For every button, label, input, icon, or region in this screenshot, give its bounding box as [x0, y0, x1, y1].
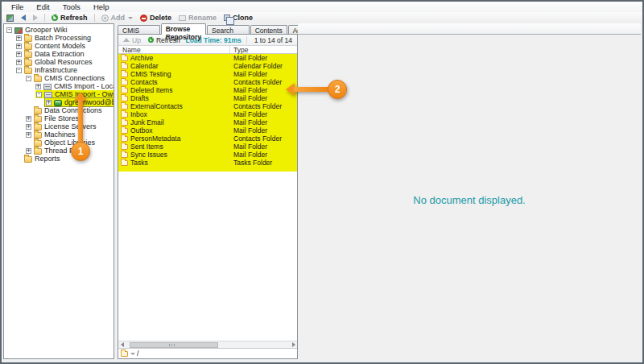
- cell-name: Sent Items: [130, 143, 163, 151]
- tree-item-grooper-wiki[interactable]: Grooper Wiki: [4, 26, 114, 34]
- expander-plus-icon[interactable]: [26, 132, 31, 138]
- cell-type: Mail Folder: [230, 70, 267, 78]
- callout-2-badge: 2: [328, 80, 347, 99]
- browse-toolbar: Up Refresh Load Time: 91ms 1 to 14 of 14: [118, 35, 297, 46]
- up-icon: [123, 38, 130, 42]
- add-button[interactable]: Add: [99, 13, 136, 23]
- delete-button[interactable]: Delete: [138, 13, 174, 23]
- cell-type: Mail Folder: [230, 143, 267, 151]
- cell-type: Mail Folder: [230, 54, 267, 62]
- cell-name: Drafts: [130, 94, 149, 102]
- tree-item-thread-pools[interactable]: Thread Pools: [4, 147, 114, 155]
- cell-name: Junk Email: [130, 118, 164, 126]
- table-row-sync-issues[interactable]: Sync Issues Mail Folder: [118, 151, 297, 159]
- folder-icon: [121, 351, 128, 357]
- menu-help[interactable]: Help: [87, 2, 116, 12]
- tree-item-label: Content Models: [35, 42, 85, 50]
- expander-minus-icon[interactable]: [26, 76, 31, 81]
- folder-icon: [24, 43, 32, 50]
- expander-plus-icon[interactable]: [16, 43, 22, 49]
- menu-file[interactable]: File: [5, 2, 30, 12]
- column-header-name[interactable]: Name: [118, 46, 230, 53]
- tree-item-cmis-import-own-mailbox[interactable]: CMIS Import - Own Mailbox: [4, 90, 114, 98]
- table-row-contacts[interactable]: Contacts Contacts Folder: [118, 78, 297, 86]
- tree-item-label: dgreenwood@bisok.com: [64, 98, 114, 106]
- cell-name: Contacts: [130, 78, 158, 86]
- table-row-personmetadata[interactable]: PersonMetadata Contacts Folder: [118, 134, 297, 143]
- table-row-sent-items[interactable]: Sent Items Mail Folder: [118, 143, 297, 151]
- toolbar-separator: [94, 14, 95, 22]
- scrollbar-track[interactable]: [126, 341, 290, 349]
- folder-icon: [121, 120, 128, 126]
- expander-plus-icon[interactable]: [46, 100, 52, 105]
- expander-plus-icon[interactable]: [35, 84, 41, 89]
- scrollbar-thumb[interactable]: [130, 342, 218, 348]
- table-row-tasks[interactable]: Tasks Tasks Folder: [118, 159, 297, 167]
- folder-icon: [34, 124, 42, 130]
- menu-tools[interactable]: Tools: [56, 2, 87, 12]
- expander-plus-icon[interactable]: [26, 124, 31, 130]
- expander-plus-icon[interactable]: [16, 35, 22, 41]
- folder-icon: [121, 144, 128, 150]
- tree-item-label: Machines: [44, 130, 76, 139]
- tree-item-data-connections[interactable]: Data Connections: [4, 106, 114, 114]
- table-row-cmis-testing[interactable]: CMIS Testing Mail Folder: [118, 70, 297, 78]
- up-button[interactable]: Up: [121, 35, 143, 45]
- rename-button[interactable]: Rename: [176, 13, 219, 23]
- tree-item-license-servers[interactable]: License Servers: [4, 122, 114, 130]
- scroll-left-button[interactable]: [118, 341, 126, 349]
- forward-button[interactable]: [31, 14, 40, 22]
- expander-plus-icon[interactable]: [26, 148, 31, 154]
- table-row-junk-email[interactable]: Junk Email Mail Folder: [118, 118, 297, 126]
- tree-item-global-resources[interactable]: Global Resources: [4, 58, 114, 66]
- expander-plus-icon[interactable]: [26, 116, 31, 122]
- refresh-button[interactable]: Refresh: [49, 13, 90, 23]
- expander-plus-icon[interactable]: [16, 60, 22, 65]
- menu-edit[interactable]: Edit: [30, 2, 56, 12]
- app-button[interactable]: [4, 14, 16, 23]
- cell-type: Contacts Folder: [230, 78, 282, 86]
- cell-type: Mail Folder: [230, 118, 267, 126]
- table-row-inbox[interactable]: Inbox Mail Folder: [118, 110, 297, 118]
- main-toolbar: Refresh Add Delete Rename Clone: [2, 12, 642, 23]
- tree-item-cmis-import-local-drive[interactable]: CMIS Import - Local Drive: [4, 82, 114, 90]
- table-row-archive[interactable]: Archive Mail Folder: [118, 54, 297, 62]
- tree-item-data-extraction[interactable]: Data Extraction: [4, 50, 114, 58]
- tree-item-label: CMIS Connections: [44, 74, 105, 82]
- scroll-left-icon: [121, 342, 124, 347]
- expander-minus-icon[interactable]: [36, 92, 42, 97]
- table-row-outbox[interactable]: Outbox Mail Folder: [118, 126, 297, 134]
- back-button[interactable]: [19, 14, 28, 22]
- tree-item-reports[interactable]: Reports: [4, 155, 114, 163]
- tree-item-dgreenwood-mailbox[interactable]: dgreenwood@bisok.com: [4, 98, 114, 106]
- dropdown-caret-icon[interactable]: [130, 353, 135, 355]
- expander-minus-icon[interactable]: [16, 68, 22, 73]
- cell-type: Calendar Folder: [230, 62, 283, 70]
- tree-item-infrastructure[interactable]: Infrastructure: [4, 66, 114, 74]
- app-icon: [14, 27, 23, 34]
- toolbar-separator: [246, 36, 247, 43]
- tree-item-batch-processing[interactable]: Batch Processing: [4, 34, 114, 42]
- table-row-externalcontacts[interactable]: ExternalContacts Contacts Folder: [118, 102, 297, 110]
- tab-browse-repository[interactable]: Browse Repository: [161, 23, 206, 35]
- tree-item-cmis-connections[interactable]: CMIS Connections: [4, 74, 114, 82]
- column-header-type[interactable]: Type: [230, 46, 248, 53]
- tree-item-object-libraries[interactable]: Object Libraries: [4, 139, 114, 147]
- tree-item-content-models[interactable]: Content Models: [4, 42, 114, 50]
- tree-item-label: License Servers: [44, 122, 97, 130]
- horizontal-scrollbar[interactable]: [118, 341, 297, 348]
- clone-button[interactable]: Clone: [221, 13, 255, 23]
- path-bar[interactable]: /: [118, 348, 297, 358]
- repository-tabs: CMIS Repository Browse Repository Search…: [118, 23, 298, 35]
- callout-arrow-shaft: [294, 87, 331, 92]
- tree-item-file-stores[interactable]: File Stores: [4, 114, 114, 122]
- expander-minus-icon[interactable]: [6, 27, 12, 33]
- scroll-right-button[interactable]: [290, 341, 297, 349]
- tree-item-label: Infrastructure: [35, 66, 77, 74]
- list-header: Name Type: [118, 46, 297, 54]
- table-row-deleted-items[interactable]: Deleted Items Mail Folder: [118, 86, 297, 94]
- table-row-drafts[interactable]: Drafts Mail Folder: [118, 94, 297, 102]
- tree-item-machines[interactable]: Machines: [4, 130, 114, 139]
- expander-plus-icon[interactable]: [16, 52, 22, 57]
- table-row-calendar[interactable]: Calendar Calendar Folder: [118, 62, 297, 70]
